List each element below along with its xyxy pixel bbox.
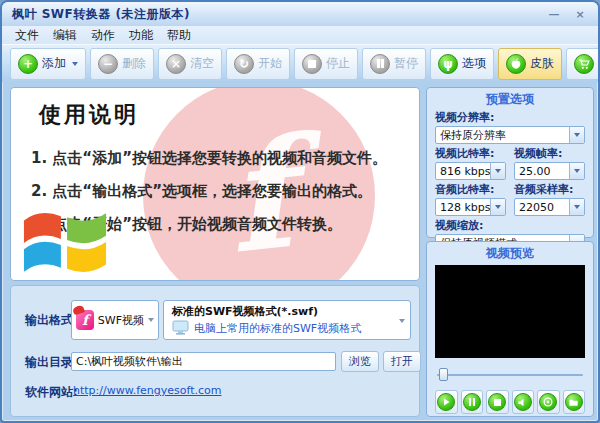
slider-thumb[interactable] [439, 368, 448, 381]
video-resolution-label: 视频分辨率: [435, 110, 585, 125]
play-icon [437, 393, 455, 411]
buy-cart-icon [574, 54, 594, 74]
santa-hat-icon [72, 304, 85, 315]
chevron-down-icon [490, 199, 505, 215]
video-framerate-value: 25.00 [515, 165, 569, 178]
audio-bitrate-value: 128 kbps [436, 201, 490, 214]
chevron-down-icon [148, 318, 154, 322]
video-bitrate-select[interactable]: 816 kbps [435, 162, 506, 180]
menu-action[interactable]: 动作 [84, 27, 122, 44]
audio-samplerate-label: 音频采样率: [514, 182, 585, 197]
chevron-down-icon [72, 62, 78, 66]
output-format-value: SWF视频 [98, 313, 144, 328]
output-format-select[interactable]: f SWF视频 [71, 300, 159, 340]
menu-bar: 文件 编辑 动作 功能 帮助 [2, 26, 598, 44]
audio-bitrate-select[interactable]: 128 kbps [435, 198, 506, 216]
website-label: 软件网站: [25, 384, 78, 401]
pause-button[interactable]: 暂停 [362, 48, 426, 80]
minimize-button[interactable]: — [546, 8, 562, 21]
start-button[interactable]: ↻ 开始 [226, 48, 290, 80]
play-button[interactable] [435, 390, 458, 414]
buy-button[interactable]: 购买 [566, 48, 600, 80]
clear-icon: × [166, 54, 186, 74]
video-bitrate-value: 816 kbps [436, 165, 490, 178]
output-format-detail-select[interactable]: 标准的SWF视频格式(*.swf) 电脑上常用的标准的SWF视频格式 [163, 300, 411, 340]
video-preview-panel: 视频预览 [426, 241, 594, 417]
chevron-down-icon [569, 127, 584, 143]
start-label: 开始 [258, 55, 282, 72]
menu-help[interactable]: 帮助 [160, 27, 198, 44]
clear-button[interactable]: × 清空 [158, 48, 222, 80]
add-button[interactable]: + 添加 [10, 48, 86, 80]
stop-button[interactable]: 停止 [294, 48, 358, 80]
preset-options-panel: 预置选项 视频分辨率: 保持原分辨率 视频比特率: 视频帧率: 816 kbps… [426, 87, 594, 238]
open-button[interactable]: 打开 [383, 351, 421, 372]
window-title: 枫叶 SWF转换器 (未注册版本) [12, 6, 190, 23]
browse-button[interactable]: 浏览 [341, 351, 379, 372]
audio-bitrate-label: 音频比特率: [435, 182, 506, 197]
swf-flash-icon: f [76, 310, 94, 330]
app-window: 枫叶 SWF转换器 (未注册版本) — × 文件 编辑 动作 功能 帮助 + 添… [0, 0, 600, 423]
stop-icon [488, 393, 506, 411]
skin-label: 皮肤 [530, 55, 554, 72]
add-icon: + [18, 54, 38, 74]
video-resolution-select[interactable]: 保持原分辨率 [435, 126, 585, 144]
website-link[interactable]: http://www.fengyesoft.com [73, 384, 222, 397]
menu-file[interactable]: 文件 [8, 27, 46, 44]
stop-button[interactable] [486, 390, 509, 414]
video-resolution-value: 保持原分辨率 [436, 128, 569, 143]
instructions-title: 使用说明 [39, 100, 139, 130]
pause-label: 暂停 [394, 55, 418, 72]
monitor-icon [172, 320, 190, 336]
options-icon: ψ [438, 54, 458, 74]
menu-edit[interactable]: 编辑 [46, 27, 84, 44]
audio-samplerate-value: 22050 [515, 201, 569, 214]
video-preview-screen [435, 265, 585, 358]
format-desc-sub: 电脑上常用的标准的SWF视频格式 [194, 321, 361, 336]
toolbar: + 添加 − 删除 × 清空 ↻ 开始 停止 暂停 ψ 选项 [2, 44, 598, 82]
record-icon [539, 393, 557, 411]
video-framerate-select[interactable]: 25.00 [514, 162, 585, 180]
windows-logo [19, 204, 111, 281]
output-format-label: 输出格式: [25, 312, 78, 329]
skin-apple-icon [506, 54, 526, 74]
remove-icon: − [98, 54, 118, 74]
chevron-down-icon [569, 199, 584, 215]
chevron-down-icon [490, 163, 505, 179]
pause-icon [370, 54, 390, 74]
clear-label: 清空 [190, 55, 214, 72]
close-button[interactable]: × [572, 8, 588, 21]
open-file-button[interactable] [563, 390, 586, 414]
audio-samplerate-select[interactable]: 22050 [514, 198, 585, 216]
format-desc-title: 标准的SWF视频格式(*.swf) [172, 304, 404, 319]
preview-seek-slider[interactable] [437, 368, 583, 381]
volume-icon [514, 393, 532, 411]
options-button[interactable]: ψ 选项 [430, 48, 494, 80]
add-label: 添加 [42, 55, 66, 72]
stop-label: 停止 [326, 55, 350, 72]
instructions-panel: f 使用说明 1. 点击“添加”按钮选择您要转换的视频和音频文件。 2. 点击“… [10, 87, 420, 281]
options-label: 选项 [462, 55, 486, 72]
delete-button[interactable]: − 删除 [90, 48, 154, 80]
pause-icon [463, 393, 481, 411]
video-bitrate-label: 视频比特率: [435, 146, 506, 161]
chevron-down-icon [399, 319, 405, 323]
preset-panel-title: 预置选项 [435, 88, 585, 108]
stop-icon [302, 54, 322, 74]
start-icon: ↻ [234, 54, 254, 74]
video-scale-label: 视频缩放: [435, 218, 585, 233]
output-dir-label: 输出目录: [25, 354, 78, 371]
skin-button[interactable]: 皮肤 [498, 48, 562, 80]
volume-button[interactable] [512, 390, 535, 414]
chevron-down-icon [569, 163, 584, 179]
title-bar: 枫叶 SWF转换器 (未注册版本) — × [2, 2, 598, 26]
delete-label: 删除 [122, 55, 146, 72]
preview-controls [427, 381, 593, 414]
output-dir-input[interactable] [71, 352, 336, 371]
pause-button[interactable] [461, 390, 484, 414]
folder-icon [565, 393, 583, 411]
menu-function[interactable]: 功能 [122, 27, 160, 44]
record-button[interactable] [537, 390, 560, 414]
output-panel: 输出格式: f SWF视频 标准的SWF视频格式(*.swf) 电脑上常用的标准… [10, 285, 420, 417]
slider-track [437, 374, 583, 376]
